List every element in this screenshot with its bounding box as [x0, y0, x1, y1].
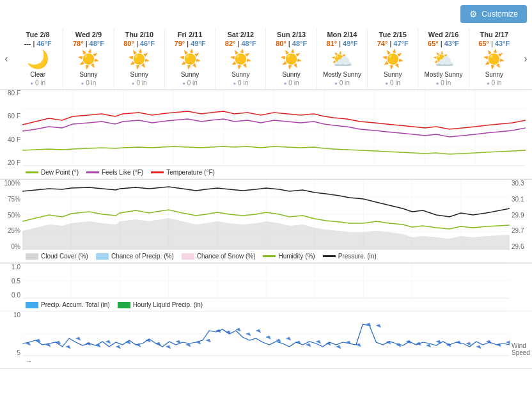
- wind-legend-label: Wind Speed: [512, 342, 532, 356]
- temp-y-axis: 80 F60 F40 F20 F: [0, 90, 22, 166]
- wind-chart-section: 105: [0, 311, 532, 369]
- legend-label: Hourly Liquid Precip. (in): [133, 301, 203, 308]
- day-icon: ☀️: [166, 49, 214, 70]
- day-icon: ☀️: [217, 49, 264, 70]
- precip-chart-svg: [22, 264, 510, 299]
- day-name: Wed 2/16: [419, 31, 467, 38]
- legend-swatch: [118, 302, 130, 308]
- svg-marker-87: [466, 342, 471, 345]
- prev-arrow[interactable]: ‹: [0, 28, 13, 89]
- wind-bottom-arrow: →: [26, 358, 32, 365]
- day-icon: ⛅: [419, 49, 467, 70]
- legend-item: Temperature (°F): [151, 169, 215, 176]
- legend-label: Humidity (%): [278, 253, 315, 260]
- day-desc: Sunny: [471, 71, 518, 78]
- day-col-0: Tue 2/8 --- | 46°F 🌙 Clear ● 0 in: [13, 28, 63, 89]
- legend-swatch: [96, 253, 109, 260]
- day-name: Thu 2/17: [471, 31, 518, 38]
- day-temps: 82° | 48°F: [217, 40, 264, 47]
- day-precip: ● 0 in: [318, 79, 366, 86]
- legend-item: Feels Like (°F): [86, 169, 143, 176]
- day-temps: 79° | 49°F: [166, 40, 214, 47]
- day-icon: 🌙: [14, 49, 61, 70]
- pressure-y-label: 30.1: [512, 196, 532, 203]
- legend-swatch: [323, 255, 336, 257]
- day-precip: ● 0 in: [166, 79, 214, 86]
- day-desc: Sunny: [217, 71, 264, 78]
- legend-swatch: [26, 302, 38, 308]
- day-name: Sun 2/13: [267, 31, 315, 38]
- precip-chart-section: 1.00.50.0 Precip. Accum. Total (in)Hourl…: [0, 264, 532, 311]
- day-temps: --- | 46°F: [14, 40, 61, 47]
- day-name: Sat 2/12: [217, 31, 264, 38]
- svg-marker-65: [246, 333, 251, 336]
- svg-marker-59: [186, 343, 191, 347]
- svg-marker-74: [336, 345, 341, 349]
- svg-marker-47: [66, 345, 70, 349]
- customize-label: Customize: [481, 10, 518, 19]
- day-precip: ● 0 in: [14, 79, 61, 86]
- humidity-chart-svg: [22, 180, 510, 250]
- svg-marker-83: [426, 344, 431, 347]
- svg-marker-76: [356, 343, 361, 347]
- legend-label: Feels Like (°F): [102, 169, 143, 176]
- legend-item: Dew Point (°): [26, 169, 79, 176]
- humidity-legend: Cloud Cover (%)Chance of Precip. (%)Chan…: [0, 250, 532, 263]
- day-precip: ● 0 in: [369, 79, 416, 86]
- svg-marker-57: [166, 345, 170, 349]
- humidity-y-label: 25%: [0, 227, 20, 234]
- day-temps: 81° | 49°F: [318, 40, 366, 47]
- precip-y-label: 0.0: [0, 292, 20, 299]
- svg-marker-72: [316, 340, 320, 343]
- humidity-y-label: 75%: [0, 196, 20, 203]
- temp-legend: Dew Point (°)Feels Like (°F)Temperature …: [0, 166, 532, 179]
- day-col-9: Thu 2/17 65° | 43°F ☀️ Sunny ● 0 in: [469, 28, 519, 89]
- humidity-y-axis: 100%75%50%25%0%: [0, 180, 22, 250]
- next-arrow[interactable]: ›: [519, 28, 532, 89]
- day-name: Mon 2/14: [318, 31, 366, 38]
- day-desc: Sunny: [369, 71, 416, 78]
- pressure-y-label: 30.3: [512, 180, 532, 187]
- svg-marker-78: [376, 324, 380, 327]
- legend-label: Precip. Accum. Total (in): [41, 301, 110, 308]
- day-name: Wed 2/9: [65, 31, 112, 38]
- day-temps: 74° | 47°F: [369, 40, 416, 47]
- day-precip: ● 0 in: [116, 79, 163, 86]
- day-desc: Sunny: [116, 71, 163, 78]
- svg-marker-71: [306, 343, 311, 347]
- legend-label: Cloud Cover (%): [41, 253, 88, 260]
- legend-swatch: [151, 171, 164, 173]
- legend-item: Pressure. (in): [323, 253, 377, 260]
- legend-swatch: [26, 171, 38, 173]
- precip-y-axis: 1.00.50.0: [0, 264, 22, 299]
- day-precip: ● 0 in: [419, 79, 467, 86]
- customize-button[interactable]: ⚙ Customize: [460, 5, 527, 23]
- pressure-y-axis: 30.330.129.929.729.6: [510, 180, 532, 250]
- wind-chart-svg: [22, 311, 510, 356]
- pressure-y-label: 29.9: [512, 212, 532, 219]
- day-desc: Mostly Sunny: [318, 71, 366, 78]
- day-desc: Sunny: [267, 71, 315, 78]
- day-col-6: Mon 2/14 81° | 49°F ⛅ Mostly Sunny ● 0 i…: [317, 28, 368, 89]
- day-col-3: Fri 2/11 79° | 49°F ☀️ Sunny ● 0 in: [165, 28, 215, 89]
- day-precip: ● 0 in: [65, 79, 112, 86]
- legend-swatch: [182, 253, 194, 260]
- wind-y-label: 10: [0, 311, 20, 319]
- day-col-7: Tue 2/15 74° | 47°F ☀️ Sunny ● 0 in: [368, 28, 418, 89]
- temp-y-label: 20 F: [0, 159, 20, 166]
- day-name: Fri 2/11: [166, 31, 214, 38]
- temp-y-label: 60 F: [0, 113, 20, 120]
- svg-marker-51: [106, 340, 110, 343]
- day-name: Tue 2/15: [369, 31, 416, 38]
- day-precip: ● 0 in: [267, 79, 315, 86]
- day-precip: ● 0 in: [471, 79, 518, 86]
- legend-label: Chance of Snow (%): [197, 253, 256, 260]
- legend-item: Humidity (%): [263, 253, 315, 260]
- legend-swatch: [263, 255, 276, 257]
- day-col-8: Wed 2/16 65° | 43°F ⛅ Mostly Sunny ● 0 i…: [418, 28, 469, 89]
- humidity-y-label: 0%: [0, 243, 20, 250]
- day-name: Tue 2/8: [14, 31, 61, 38]
- legend-label: Pressure. (in): [338, 253, 377, 260]
- day-desc: Sunny: [65, 71, 112, 78]
- svg-marker-66: [256, 329, 260, 333]
